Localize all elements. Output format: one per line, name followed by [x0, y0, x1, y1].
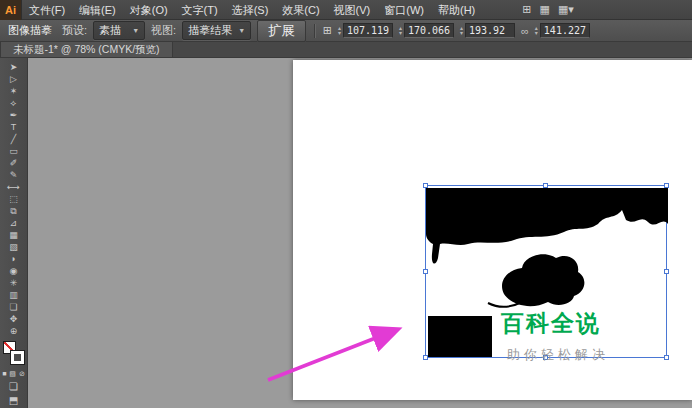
menu-item[interactable]: 窗口(W): [377, 0, 431, 20]
control-bar: 图像描摹 预设: 素描 ▼ 视图: 描摹结果 ▼ 扩展 ⊞ ▴▾ 107.119…: [0, 20, 692, 42]
x-stepper[interactable]: ▴▾: [338, 26, 341, 36]
none-button-icon[interactable]: ⊘: [19, 370, 25, 378]
gradient-button-icon[interactable]: ▧: [9, 370, 16, 378]
view-label: 视图:: [151, 23, 176, 38]
chevron-down-icon: ▾: [568, 3, 574, 15]
control-bar-title: 图像描摹: [8, 23, 52, 38]
selection-handle[interactable]: [664, 355, 669, 360]
blend-tool[interactable]: ◉: [2, 265, 26, 277]
menu-bar: Ai 文件(F)编辑(E)对象(O)文字(T)选择(S)效果(C)视图(V)窗口…: [0, 0, 692, 20]
tool-list: ➤▷✶⟡✒T╱▭✐✎⟷⬚⧉⊿▦▧◗◉✳▥❏✥⊕: [2, 61, 26, 337]
menu-item[interactable]: 选择(S): [225, 0, 276, 20]
preset-label: 预设:: [62, 23, 87, 38]
lasso-tool[interactable]: ⟡: [2, 97, 26, 109]
arrange-documents-icon[interactable]: ⊞: [522, 3, 531, 16]
menu-item[interactable]: 文件(F): [22, 0, 72, 20]
workspace-grid-icon[interactable]: ▦: [540, 3, 550, 16]
pencil-tool[interactable]: ✎: [2, 169, 26, 181]
document-tab-bar: 未标题-1* @ 78% (CMYK/预览): [0, 42, 692, 58]
pen-tool[interactable]: ✒: [2, 109, 26, 121]
stroke-color-swatch[interactable]: [11, 351, 24, 364]
y-stepper[interactable]: ▴▾: [399, 26, 402, 36]
link-dimensions-icon[interactable]: ∞: [521, 25, 529, 37]
menu-item[interactable]: 帮助(H): [431, 0, 482, 20]
y-position-field[interactable]: 170.066: [404, 23, 454, 38]
document-tab-title: 未标题-1* @ 78% (CMYK/预览): [13, 43, 160, 57]
mesh-tool[interactable]: ▦: [2, 229, 26, 241]
eyedropper-tool[interactable]: ◗: [2, 253, 26, 265]
color-button-icon[interactable]: ■: [2, 370, 6, 378]
screen-mode-icon[interactable]: ⬒: [9, 395, 18, 406]
type-tool[interactable]: T: [2, 121, 26, 133]
selection-handle[interactable]: [423, 183, 428, 188]
expand-button[interactable]: 扩展: [257, 20, 306, 42]
free-transform-tool[interactable]: ⬚: [2, 193, 26, 205]
workspace-switcher-icon: ▦: [558, 3, 568, 15]
width-stepper[interactable]: ▴▾: [460, 26, 463, 36]
menu-item[interactable]: 视图(V): [327, 0, 378, 20]
document-tab[interactable]: 未标题-1* @ 78% (CMYK/预览): [0, 42, 173, 57]
drawing-mode-icon[interactable]: ❏: [9, 381, 18, 392]
magic-wand-tool[interactable]: ✶: [2, 85, 26, 97]
menu-list: 文件(F)编辑(E)对象(O)文字(T)选择(S)效果(C)视图(V)窗口(W)…: [22, 0, 482, 20]
menu-item[interactable]: 对象(O): [123, 0, 175, 20]
symbol-sprayer-tool[interactable]: ✳: [2, 277, 26, 289]
shape-builder-tool[interactable]: ⧉: [2, 205, 26, 217]
width-field[interactable]: 193.92: [465, 23, 515, 38]
preset-value: 素描: [99, 23, 121, 38]
rectangle-tool[interactable]: ▭: [2, 145, 26, 157]
watermark-title: 百科全说: [501, 308, 601, 339]
chevron-down-icon: ▼: [238, 27, 245, 34]
menu-item[interactable]: 效果(C): [275, 0, 326, 20]
workspace-switcher[interactable]: ▦▾: [558, 3, 574, 16]
tools-panel: ➤▷✶⟡✒T╱▭✐✎⟷⬚⧉⊿▦▧◗◉✳▥❏✥⊕ ■ ▧ ⊘ ❏ ⬒: [0, 58, 28, 408]
illustrator-window: Ai 文件(F)编辑(E)对象(O)文字(T)选择(S)效果(C)视图(V)窗口…: [0, 0, 692, 408]
menu-item[interactable]: 编辑(E): [72, 0, 123, 20]
selection-handle[interactable]: [664, 269, 669, 274]
selection-handle[interactable]: [543, 183, 548, 188]
separator: [314, 24, 315, 38]
direct-selection-tool[interactable]: ▷: [2, 73, 26, 85]
watermark-subtitle: 助你轻松解决: [507, 346, 609, 364]
height-stepper[interactable]: ▴▾: [535, 26, 538, 36]
paintbrush-tool[interactable]: ✐: [2, 157, 26, 169]
view-dropdown[interactable]: 描摹结果 ▼: [182, 21, 251, 40]
zoom-tool[interactable]: ⊕: [2, 325, 26, 337]
selection-tool[interactable]: ➤: [2, 61, 26, 73]
gradient-tool[interactable]: ▧: [2, 241, 26, 253]
line-segment-tool[interactable]: ╱: [2, 133, 26, 145]
reference-point-icon[interactable]: ⊞: [323, 24, 332, 37]
preset-dropdown[interactable]: 素描 ▼: [93, 21, 145, 40]
width-tool[interactable]: ⟷: [2, 181, 26, 193]
fill-stroke-swatches: [1, 340, 27, 368]
menu-item[interactable]: 文字(T): [175, 0, 225, 20]
perspective-grid-tool[interactable]: ⊿: [2, 217, 26, 229]
chevron-down-icon: ▼: [132, 27, 139, 34]
app-logo: Ai: [0, 0, 22, 20]
x-position-field[interactable]: 107.119: [343, 23, 393, 38]
artboard[interactable]: 百科全说 助你轻松解决: [293, 60, 692, 400]
artboard-tool[interactable]: ❏: [2, 301, 26, 313]
selection-handle[interactable]: [423, 355, 428, 360]
hand-tool[interactable]: ✥: [2, 313, 26, 325]
height-field[interactable]: 141.227: [540, 23, 590, 38]
canvas[interactable]: 百科全说 助你轻松解决: [28, 58, 692, 408]
selection-handle[interactable]: [664, 183, 669, 188]
view-value: 描摹结果: [188, 23, 232, 38]
column-graph-tool[interactable]: ▥: [2, 289, 26, 301]
selection-handle[interactable]: [423, 269, 428, 274]
